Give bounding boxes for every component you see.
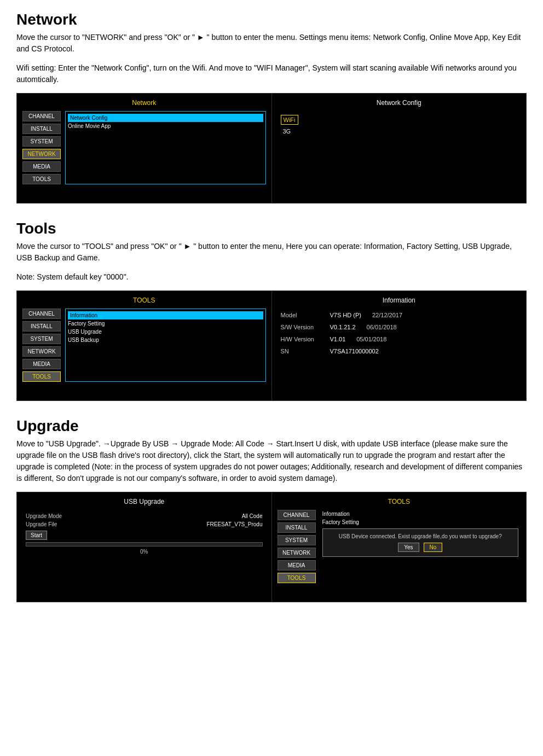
upgrade-content: Upgrade Mode All Code Upgrade File FREES… <box>22 510 266 558</box>
tools-info-panel: Model V7S HD (P) 22/12/2017 S/W Version … <box>278 309 521 363</box>
tools-title: Tools <box>16 220 527 237</box>
submenu-usb-backup[interactable]: USB Backup <box>68 336 263 344</box>
submenu-usb-upgrade[interactable]: USB Upgrade <box>68 328 263 336</box>
progress-bar-bg <box>26 542 263 546</box>
upgrade-dialog-yes[interactable]: Yes <box>398 543 419 552</box>
upgrade-right-submenu-area: Information Factory Setting USB Device c… <box>320 510 521 583</box>
upgrade-mode-row: Upgrade Mode All Code <box>26 513 263 519</box>
submenu-network-config[interactable]: Network Config <box>68 114 263 122</box>
submenu-online-movie[interactable]: Online Movie App <box>68 122 263 130</box>
info-sn-value: V7SA1710000002 <box>330 348 379 354</box>
upgrade-file-row: Upgrade File FREESAT_V7S_Produ <box>26 521 263 527</box>
tools-menu-container: CHANNEL INSTALL SYSTEM NETWORK MEDIA TOO… <box>22 309 266 382</box>
tools-sidebar-media[interactable]: MEDIA <box>22 359 61 369</box>
sidebar-media[interactable]: MEDIA <box>22 161 61 172</box>
upgrade-submenu-info[interactable]: Information <box>322 510 519 518</box>
upgrade-submenu-factory[interactable]: Factory Setting <box>322 518 519 526</box>
upgrade-sidebar-install[interactable]: INSTALL <box>278 522 316 533</box>
sidebar-network[interactable]: NETWORK <box>22 149 61 159</box>
progress-label: 0% <box>26 549 263 555</box>
tools-desc2: Note: System default key "0000". <box>16 271 527 283</box>
network-title: Network <box>16 11 527 28</box>
upgrade-mode-label: Upgrade Mode <box>26 513 62 519</box>
network-sidebar: CHANNEL INSTALL SYSTEM NETWORK MEDIA TOO… <box>22 111 61 184</box>
tools-sidebar-network[interactable]: NETWORK <box>22 346 61 357</box>
info-sw-date: 06/01/2018 <box>367 324 397 330</box>
info-model-value: V7S HD (P) <box>330 312 361 318</box>
info-sw-value: V0.1.21.2 <box>330 324 356 330</box>
upgrade-mode-value: All Code <box>242 513 263 519</box>
upgrade-dialog-title: USB Device connected. Exist upgrade file… <box>327 533 514 539</box>
tools-sidebar-channel[interactable]: CHANNEL <box>22 309 61 319</box>
upgrade-right-menu-container: CHANNEL INSTALL SYSTEM NETWORK MEDIA TOO… <box>278 510 521 583</box>
submenu-factory-setting[interactable]: Factory Setting <box>68 319 263 328</box>
tools-sidebar-tools[interactable]: TOOLS <box>22 371 61 382</box>
upgrade-left-title: USB Upgrade <box>22 498 266 505</box>
info-hw-row: H/W Version V1.01 05/01/2018 <box>281 336 518 342</box>
upgrade-right-panel: TOOLS CHANNEL INSTALL SYSTEM NETWORK MED… <box>272 492 527 602</box>
upgrade-right-title: TOOLS <box>278 498 521 505</box>
upgrade-title: Upgrade <box>16 417 527 435</box>
sidebar-install[interactable]: INSTALL <box>22 124 61 134</box>
info-hw-date: 05/01/2018 <box>356 336 386 342</box>
upgrade-screens-row: USB Upgrade Upgrade Mode All Code Upgrad… <box>16 492 527 602</box>
tools-right-title: Information <box>278 296 521 304</box>
tools-sidebar-install[interactable]: INSTALL <box>22 321 61 332</box>
upgrade-left-panel: USB Upgrade Upgrade Mode All Code Upgrad… <box>17 492 272 602</box>
upgrade-file-label: Upgrade File <box>26 521 57 527</box>
info-sw-row: S/W Version V0.1.21.2 06/01/2018 <box>281 324 518 330</box>
network-desc1: Move the cursor to "NETWORK" and press "… <box>16 32 527 55</box>
info-model-row: Model V7S HD (P) 22/12/2017 <box>281 312 518 318</box>
upgrade-dialog-no[interactable]: No <box>424 543 443 552</box>
info-hw-value: V1.01 <box>330 336 346 342</box>
start-button[interactable]: Start <box>26 531 47 540</box>
tools-sidebar: CHANNEL INSTALL SYSTEM NETWORK MEDIA TOO… <box>22 309 61 382</box>
info-model-date: 22/12/2017 <box>372 312 402 318</box>
upgrade-dialog-buttons: Yes No <box>327 543 514 552</box>
network-right-panel: Network Config WiFi 3G <box>272 94 527 203</box>
network-right-title: Network Config <box>278 99 521 107</box>
sidebar-tools[interactable]: TOOLS <box>22 174 61 184</box>
upgrade-sidebar-channel[interactable]: CHANNEL <box>278 510 316 520</box>
tools-desc1: Move the cursor to "TOOLS" and press "OK… <box>16 241 527 264</box>
tools-right-panel: Information Model V7S HD (P) 22/12/2017 … <box>272 291 527 400</box>
tools-screens-row: TOOLS CHANNEL INSTALL SYSTEM NETWORK MED… <box>16 290 527 401</box>
tools-submenu: Information Factory Setting USB Upgrade … <box>65 309 266 382</box>
network-config-content: WiFi 3G <box>278 111 521 139</box>
upgrade-file-value: FREESAT_V7S_Produ <box>206 521 262 527</box>
upgrade-sidebar-tools[interactable]: TOOLS <box>278 573 316 583</box>
info-hw-label: H/W Version <box>281 336 330 342</box>
network-left-title: Network <box>22 99 266 107</box>
info-sw-label: S/W Version <box>281 324 330 330</box>
upgrade-dialog: USB Device connected. Exist upgrade file… <box>322 528 519 557</box>
tools-left-panel: TOOLS CHANNEL INSTALL SYSTEM NETWORK MED… <box>17 291 272 400</box>
wifi-option[interactable]: WiFi <box>281 115 298 125</box>
tools-sidebar-system[interactable]: SYSTEM <box>22 334 61 344</box>
network-left-panel: Network CHANNEL INSTALL SYSTEM NETWORK M… <box>17 94 272 203</box>
info-model-label: Model <box>281 312 330 318</box>
upgrade-right-sidebar: CHANNEL INSTALL SYSTEM NETWORK MEDIA TOO… <box>278 510 316 583</box>
network-submenu: Network Config Online Movie App <box>65 111 266 184</box>
sidebar-system[interactable]: SYSTEM <box>22 136 61 147</box>
upgrade-desc: Move to "USB Upgrade". →Upgrade By USB →… <box>16 438 527 484</box>
network-menu-container: CHANNEL INSTALL SYSTEM NETWORK MEDIA TOO… <box>22 111 266 184</box>
upgrade-sidebar-media[interactable]: MEDIA <box>278 560 316 571</box>
network-screens-row: Network CHANNEL INSTALL SYSTEM NETWORK M… <box>16 93 527 203</box>
submenu-information[interactable]: Information <box>68 311 263 319</box>
3g-option[interactable]: 3G <box>281 127 518 136</box>
upgrade-sidebar-network[interactable]: NETWORK <box>278 548 316 558</box>
network-desc2: Wifi setting: Enter the "Network Config"… <box>16 62 527 85</box>
sidebar-channel[interactable]: CHANNEL <box>22 111 61 121</box>
upgrade-sidebar-system[interactable]: SYSTEM <box>278 535 316 545</box>
info-sn-row: SN V7SA1710000002 <box>281 348 518 354</box>
tools-left-title: TOOLS <box>22 296 266 304</box>
info-sn-label: SN <box>281 348 330 354</box>
